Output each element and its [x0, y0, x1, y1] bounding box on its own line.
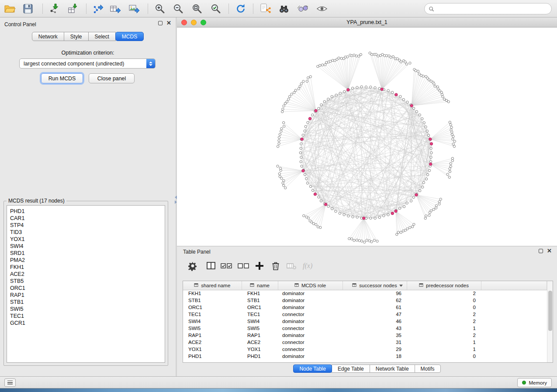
control-tab-network[interactable]: Network — [32, 32, 64, 41]
table-row[interactable]: STB1STB1dominator620 — [183, 297, 547, 304]
deselect-all-icon[interactable] — [237, 261, 250, 271]
table-cell[interactable]: 31 — [343, 339, 407, 346]
close-table-panel-icon[interactable]: ✕ — [547, 249, 552, 253]
table-cell[interactable]: dominator — [278, 297, 343, 304]
sort-dropdown-icon[interactable] — [399, 285, 403, 287]
table-row[interactable]: ORC1ORC1dominator610 — [183, 304, 547, 311]
table-cell[interactable]: RAP1 — [242, 332, 278, 339]
zoom-selected-icon[interactable] — [210, 3, 222, 15]
column-header-shared-name[interactable]: shared name — [183, 281, 242, 290]
mcds-result-item[interactable]: STB1 — [10, 299, 165, 306]
table-cell[interactable]: SWI4 — [183, 318, 242, 325]
mcds-result-item[interactable]: SWI4 — [10, 243, 165, 250]
mcds-result-item[interactable]: ACE2 — [10, 271, 165, 278]
import-network-icon[interactable] — [48, 3, 60, 15]
table-cell[interactable]: dominator — [278, 290, 343, 297]
delete-icon[interactable] — [270, 261, 281, 271]
mcds-result-item[interactable]: SWI5 — [10, 306, 165, 313]
save-icon[interactable] — [22, 3, 34, 15]
table-row[interactable]: SWI5SWI5connector431 — [183, 325, 547, 332]
table-cell[interactable]: 2 — [407, 332, 481, 339]
table-row[interactable]: RAP1RAP1dominator352 — [183, 332, 547, 339]
mcds-result-item[interactable]: PHD1 — [10, 208, 165, 215]
mcds-result-item[interactable]: YOX1 — [10, 236, 165, 243]
table-cell[interactable]: 2 — [407, 311, 481, 318]
table-cell[interactable]: ORC1 — [183, 304, 242, 311]
table-cell[interactable]: 2 — [407, 290, 481, 297]
column-header-name[interactable]: name — [242, 281, 278, 290]
scrollbar-thumb[interactable] — [548, 291, 552, 331]
search-field[interactable] — [424, 3, 552, 14]
table-cell[interactable]: TEC1 — [242, 311, 278, 318]
search-input[interactable] — [437, 6, 551, 12]
table-cell[interactable]: 0 — [407, 297, 481, 304]
export-image-icon[interactable] — [128, 3, 140, 15]
table-cell[interactable]: YOX1 — [183, 346, 242, 353]
table-cell[interactable]: 61 — [343, 304, 407, 311]
table-tab-motifs[interactable]: Motifs — [415, 364, 441, 373]
mcds-result-item[interactable]: GCR1 — [10, 320, 165, 327]
table-cell[interactable]: 46 — [343, 318, 407, 325]
export-table-icon[interactable] — [109, 3, 121, 15]
table-cell[interactable]: SWI5 — [183, 325, 242, 332]
zoom-out-icon[interactable] — [172, 3, 184, 15]
table-cell[interactable]: dominator — [278, 353, 343, 360]
zoom-in-icon[interactable] — [154, 3, 166, 15]
table-cell[interactable]: 35 — [343, 332, 407, 339]
table-cell[interactable]: dominator — [278, 332, 343, 339]
table-scrollbar[interactable] — [547, 281, 553, 362]
table-cell[interactable]: 29 — [343, 346, 407, 353]
network-titlebar[interactable]: YPA_prune.txt_1 — [177, 17, 557, 28]
table-cell[interactable]: SWI5 — [242, 325, 278, 332]
table-tab-node-table[interactable]: Node Table — [293, 364, 332, 373]
show-columns-icon[interactable] — [206, 261, 216, 271]
table-cell[interactable]: STB1 — [242, 297, 278, 304]
table-cell[interactable]: 2 — [407, 318, 481, 325]
mcds-result-item[interactable]: FKH1 — [10, 264, 165, 271]
zoom-fit-icon[interactable] — [191, 3, 203, 15]
window-zoom-button[interactable] — [201, 20, 206, 25]
table-cell[interactable]: 62 — [343, 297, 407, 304]
mcds-result-list[interactable]: PHD1CAR1STP4TID3YOX1SWI4SRD1PMA2FKH1ACE2… — [7, 205, 165, 363]
column-header-successor-nodes[interactable]: successor nodes — [343, 281, 407, 290]
table-cell[interactable]: connector — [278, 346, 343, 353]
table-cell[interactable]: STB1 — [183, 297, 242, 304]
mcds-result-item[interactable]: TID3 — [10, 229, 165, 236]
table-row[interactable]: TEC1TEC1connector472 — [183, 311, 547, 318]
table-cell[interactable]: SWI4 — [242, 318, 278, 325]
table-row[interactable]: YOX1YOX1connector291 — [183, 346, 547, 353]
column-header-mcds-role[interactable]: MCDS role — [278, 281, 343, 290]
gear-icon[interactable] — [187, 261, 198, 271]
mcds-result-item[interactable]: PMA2 — [10, 257, 165, 264]
table-cell[interactable]: 18 — [343, 353, 407, 360]
table-cell[interactable]: TEC1 — [183, 311, 242, 318]
table-cell[interactable]: ACE2 — [183, 339, 242, 346]
table-cell[interactable]: 0 — [407, 353, 481, 360]
add-icon[interactable] — [254, 261, 265, 271]
close-panel-icon[interactable]: ✕ — [166, 21, 171, 25]
window-minimize-button[interactable] — [191, 20, 197, 25]
mcds-result-item[interactable]: STB5 — [10, 278, 165, 285]
export-network-icon[interactable] — [91, 3, 104, 15]
table-cell[interactable]: RAP1 — [183, 332, 242, 339]
table-cell[interactable]: 43 — [343, 325, 407, 332]
close-panel-button[interactable]: Close panel — [89, 73, 135, 83]
mcds-result-item[interactable]: SRD1 — [10, 250, 165, 257]
criterion-dropdown[interactable]: largest connected component (undirected) — [19, 58, 156, 69]
select-all-icon[interactable] — [220, 261, 233, 271]
mcds-result-item[interactable]: TEC1 — [10, 313, 165, 320]
table-tab-network-table[interactable]: Network Table — [370, 364, 415, 373]
column-header-predecessor-nodes[interactable]: predecessor nodes — [407, 281, 481, 290]
table-row[interactable]: ACE2ACE2connector311 — [183, 339, 547, 346]
table-cell[interactable]: dominator — [278, 304, 343, 311]
table-tab-edge-table[interactable]: Edge Table — [332, 364, 370, 373]
table-row[interactable]: SWI4SWI4dominator462 — [183, 318, 547, 325]
refresh-icon[interactable] — [235, 3, 247, 15]
table-cell[interactable]: 96 — [343, 290, 407, 297]
network-canvas[interactable] — [177, 28, 557, 246]
table-cell[interactable]: PHD1 — [242, 353, 278, 360]
table-cell[interactable]: connector — [278, 311, 343, 318]
memory-button[interactable]: Memory — [517, 378, 552, 387]
table-row[interactable]: FKH1FKH1dominator962 — [183, 290, 547, 297]
import-table-icon[interactable] — [67, 3, 79, 15]
